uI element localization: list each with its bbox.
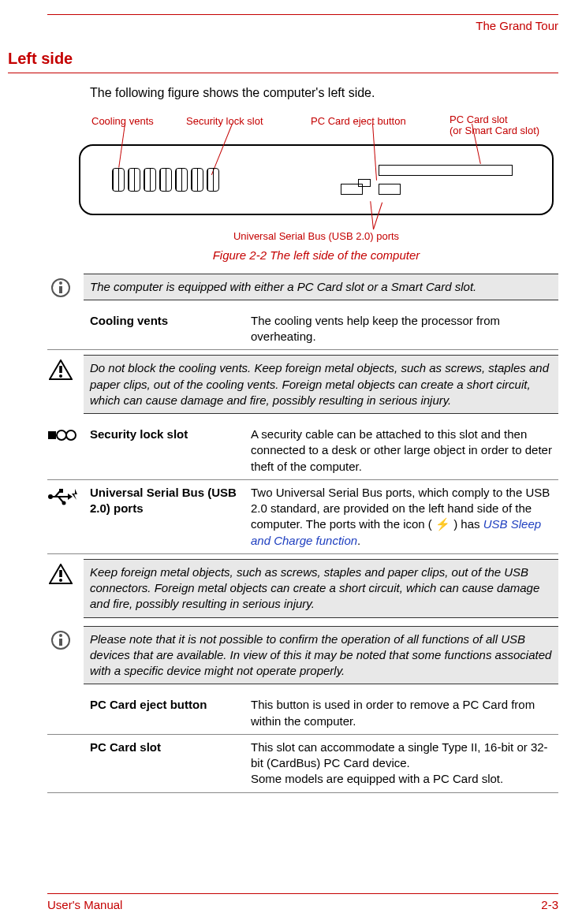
def-cooling-vents: Cooling vents The cooling vents help kee…: [47, 308, 558, 351]
warning-note-1: Do not block the cooling vents. Keep for…: [47, 355, 558, 414]
svg-marker-16: [72, 489, 77, 500]
def-desc: This button is used in order to remove a…: [251, 697, 558, 729]
info-note-2-text: Please note that it is not possible to c…: [84, 626, 558, 685]
warning-note-2-text: Keep foreign metal objects, such as scre…: [84, 559, 558, 618]
label-cooling-vents: Cooling vents: [91, 114, 154, 129]
def-term: Cooling vents: [90, 313, 240, 345]
chapter-title: The Grand Tour: [47, 18, 558, 34]
warning-icon: [47, 355, 74, 380]
svg-rect-4: [59, 366, 62, 373]
warning-note-1-text: Do not block the cooling vents. Keep for…: [84, 355, 558, 414]
def-term: PC Card eject button: [90, 697, 240, 729]
svg-rect-22: [59, 639, 62, 646]
svg-point-5: [59, 374, 62, 378]
lightning-icon: ⚡: [435, 517, 450, 531]
info-note-1: The computer is equipped with either a P…: [47, 274, 558, 300]
info-icon: [47, 274, 74, 297]
diagram-usb-ports: [341, 184, 401, 195]
svg-rect-6: [48, 431, 56, 439]
warning-icon: [47, 559, 74, 584]
info-note-1-text: The computer is equipped with either a P…: [84, 274, 558, 300]
def-usb-ports: Universal Serial Bus (USB 2.0) ports Two…: [47, 480, 558, 554]
def-desc: This slot can accommodate a single Type …: [251, 740, 558, 788]
diagram-vents: [112, 168, 219, 192]
footer-page-number: 2-3: [541, 897, 558, 913]
def-desc: The cooling vents help keep the processo…: [251, 313, 558, 345]
svg-point-7: [57, 430, 66, 440]
svg-rect-18: [59, 570, 62, 577]
label-security-lock-slot: Security lock slot: [186, 114, 263, 129]
header-rule: [47, 14, 558, 15]
figure-labels: Cooling vents Security lock slot PC Card…: [74, 114, 558, 141]
svg-rect-12: [59, 489, 63, 493]
def-term: Universal Serial Bus (USB 2.0) ports: [90, 485, 240, 549]
svg-point-8: [66, 430, 76, 440]
lock-slot-icon: [47, 427, 79, 475]
computer-left-side-diagram: [79, 144, 554, 215]
diagram-card-slot: [379, 165, 513, 176]
def-desc: A security cable can be attached to this…: [251, 427, 558, 475]
svg-point-21: [59, 634, 62, 637]
label-usb-ports: Universal Serial Bus (USB 2.0) ports: [74, 229, 558, 244]
svg-point-14: [62, 501, 66, 505]
figure-caption: Figure 2-2 The left side of the computer: [74, 248, 558, 263]
def-desc: Two Universal Serial Bus ports, which co…: [251, 485, 558, 549]
def-term: PC Card slot: [90, 740, 240, 788]
info-note-2: Please note that it is not possible to c…: [47, 626, 558, 685]
figure: Cooling vents Security lock slot PC Card…: [74, 114, 558, 264]
svg-marker-15: [68, 494, 73, 500]
def-pc-card-eject: PC Card eject button This button is used…: [47, 692, 558, 735]
warning-note-2: Keep foreign metal objects, such as scre…: [47, 559, 558, 618]
def-pc-card-slot: PC Card slot This slot can accommodate a…: [47, 735, 558, 793]
svg-point-19: [59, 579, 62, 582]
info-icon: [47, 626, 74, 650]
usb-icon: [47, 485, 79, 549]
page-footer: User's Manual 2-3: [47, 893, 558, 913]
section-intro: The following figure shows the computer'…: [90, 84, 558, 102]
label-pc-card-slot: PC Card slot (or Smart Card slot): [450, 114, 539, 137]
def-term: Security lock slot: [90, 427, 240, 475]
footer-left: User's Manual: [47, 897, 122, 913]
label-pc-card-eject: PC Card eject button: [311, 114, 406, 129]
svg-point-1: [59, 281, 62, 285]
svg-line-13: [58, 497, 63, 502]
svg-rect-2: [59, 286, 62, 293]
def-security-lock-slot: Security lock slot A security cable can …: [47, 422, 558, 480]
section-heading: Left side: [8, 48, 558, 73]
